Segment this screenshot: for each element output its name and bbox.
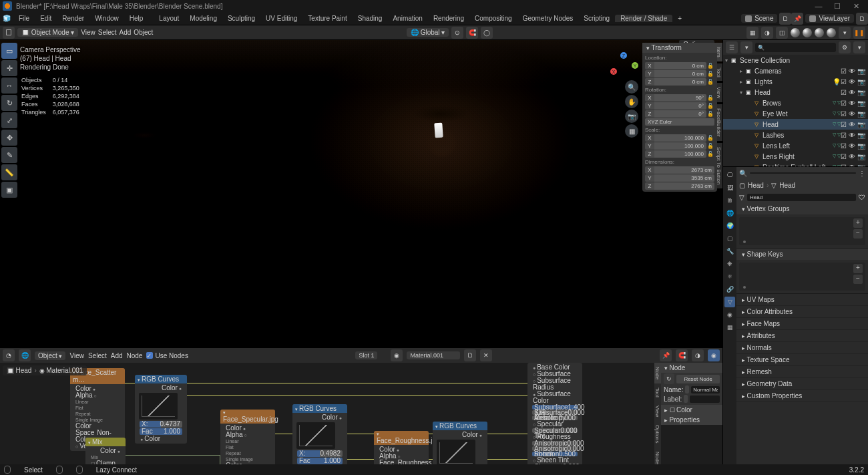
curve-widget[interactable] [139, 393, 178, 420]
outliner-type-icon[interactable]: ☰ [726, 41, 738, 53]
editor-type-icon[interactable]: ◔ [3, 349, 15, 361]
visibility-toggle[interactable]: 👁 [849, 110, 855, 118]
view-gizmos-button[interactable]: ▦ [746, 27, 758, 39]
mesh-datablock-row[interactable]: ▽ Head 🛡 [736, 191, 868, 203]
section-remesh[interactable]: ▸ Remesh [736, 366, 868, 378]
visibility-toggle[interactable]: 👁 [849, 67, 855, 75]
outliner-row[interactable]: ▸▣Lights💡☑👁📷 [723, 76, 868, 87]
workspace-tab[interactable]: Animation [387, 15, 427, 22]
annotate-tool[interactable]: ✎ [1, 147, 17, 163]
npanel-tab-script[interactable]: Script To Button [717, 143, 722, 188]
shader-menu-add[interactable]: Add [111, 352, 123, 359]
visibility-toggle[interactable]: 👁 [849, 121, 855, 128]
overlay-toggle[interactable]: ◑ [692, 349, 704, 361]
snap-toggle[interactable]: 🧲 [676, 349, 688, 361]
axis-x[interactable]: X [610, 68, 617, 75]
minimize-button[interactable]: — [809, 2, 828, 10]
rgb-curves-node[interactable]: ▾ RGB Curves Color ● X:0.4737 Fac1.000 ●… [135, 375, 187, 444]
properties-breadcrumb[interactable]: ▢Head › ▽Head [736, 179, 868, 191]
visibility-toggle[interactable]: 👁 [849, 100, 855, 107]
outliner-row[interactable]: ▾▣Head☑👁📷 [723, 87, 868, 98]
axis-z[interactable]: Z [620, 52, 627, 59]
node-graph[interactable]: ▾ Face_Scatter m… Color ● Alpha ○ Linear… [0, 363, 722, 475]
fac-slider[interactable]: Fac1.000 [297, 458, 343, 464]
curve-widget[interactable] [437, 440, 475, 466]
mesh-name-field[interactable]: Head [747, 194, 856, 201]
exclude-toggle[interactable]: ☑ [841, 153, 847, 160]
scale-y-field[interactable]: 100.000 [654, 142, 706, 150]
remove-button[interactable]: − [853, 275, 863, 284]
workspace-tab[interactable]: Shading [353, 15, 388, 22]
pan-button[interactable]: ✋ [625, 95, 638, 108]
render-toggle[interactable]: 📷 [857, 89, 865, 96]
orientation-selector[interactable]: 🌐 Global ▾ [407, 28, 449, 37]
workspace-tab[interactable]: Modeling [184, 15, 222, 22]
shader-editor[interactable]: ◔ 🌐 Object ▾ View Select Add Node ✓Use N… [0, 347, 722, 475]
workspace-tab-active[interactable]: Render / Shade [615, 15, 672, 22]
proptab-scene-icon[interactable]: 🌐 [724, 208, 735, 218]
zoom-button[interactable]: 🔍 [625, 80, 638, 94]
outliner-row[interactable]: ▽Lashes▽ ▽☑👁📷 [723, 130, 868, 140]
node-header[interactable]: ▾ RGB Curves [433, 422, 487, 430]
new-material-button[interactable]: 🗋 [464, 349, 476, 361]
node-header[interactable]: ▾ RGB Curves [135, 375, 187, 383]
section-normals[interactable]: ▸ Normals [736, 342, 868, 354]
reset-node-button[interactable]: Reset Node [676, 375, 720, 383]
visibility-toggle[interactable]: 👁 [849, 78, 855, 86]
node-tab[interactable]: Node [654, 363, 661, 383]
lock-icon[interactable]: 🔓 [706, 151, 714, 157]
menu-edit[interactable]: Edit [35, 15, 57, 22]
proptab-output-icon[interactable]: 🖼 [724, 182, 735, 193]
node-header[interactable]: ▾ Face_Roughness.jpg [374, 431, 429, 445]
workspace-tab[interactable]: Layout [154, 15, 184, 22]
shading-options-button[interactable]: ▾ [839, 27, 851, 39]
properties-search[interactable] [750, 172, 856, 174]
fake-user-button[interactable]: 🛡 [859, 194, 865, 201]
workspace-tab[interactable]: Sculpting [222, 15, 260, 22]
proptab-viewlayer-icon[interactable]: 🗎 [724, 195, 735, 206]
vertex-group-list[interactable]: +− [739, 217, 865, 245]
render-toggle[interactable]: 📷 [857, 110, 865, 118]
exclude-toggle[interactable]: ☑ [841, 142, 847, 150]
shader-menu-view[interactable]: View [69, 352, 84, 359]
proptab-modifier-icon[interactable]: 🔧 [724, 246, 735, 257]
exclude-toggle[interactable]: ☑ [841, 100, 847, 107]
scale-z-field[interactable]: 100.000 [654, 150, 706, 158]
node-tab[interactable]: Tool [654, 383, 661, 402]
lock-icon[interactable]: 🔓 [706, 95, 714, 101]
persp-ortho-button[interactable]: ▦ [625, 124, 638, 138]
npanel-tab-tool[interactable]: Tool [717, 63, 722, 82]
shader-menu-select[interactable]: Select [88, 352, 107, 359]
outliner-tree[interactable]: ▾▣Scene Collection ▸▣Cameras☑👁📷▸▣Lights💡… [723, 55, 868, 166]
node-header[interactable]: ▾ Face_Specular.jpg [220, 410, 275, 424]
npanel-tab-view[interactable]: View [717, 83, 722, 102]
principled-bsdf-node[interactable]: ● Base Color ○ Subsurface ○ Subsurface R… [527, 363, 582, 475]
scene-selector[interactable]: Scene [741, 14, 777, 23]
exclude-toggle[interactable]: ☑ [841, 121, 847, 128]
render-toggle[interactable]: 📷 [857, 121, 865, 128]
section-uv-maps[interactable]: ▸ UV Maps [736, 294, 868, 306]
lock-icon[interactable]: 🔓 [706, 143, 714, 149]
node-tab[interactable]: Options [654, 421, 661, 448]
menu-help[interactable]: Help [124, 15, 149, 22]
outliner-row[interactable]: ▸▣Cameras☑👁📷 [723, 65, 868, 76]
node-header[interactable]: ▾ Mix [85, 438, 126, 446]
dim-y-field[interactable]: 3535 cm [654, 174, 714, 182]
shader-breadcrumb[interactable]: 🔲 Head›◉ Material.001 [3, 365, 87, 375]
exclude-toggle[interactable]: ☑ [841, 164, 847, 167]
npanel-tab-facebuilder[interactable]: FaceBuilder [717, 104, 722, 141]
transform-tool[interactable]: ✥ [1, 130, 17, 146]
section-shape-keys[interactable]: ▾ Shape Keys [736, 249, 868, 260]
render-toggle[interactable]: 📷 [857, 132, 865, 139]
shader-type-button[interactable]: 🌐 [19, 349, 31, 361]
proptab-texture-icon[interactable]: ▦ [724, 322, 735, 333]
close-button[interactable]: ✕ [847, 2, 865, 11]
rot-y-field[interactable]: 0° [654, 102, 706, 110]
lock-icon[interactable]: 🔓 [706, 79, 714, 85]
exclude-toggle[interactable]: ☑ [841, 110, 847, 118]
rot-z-field[interactable]: 0° [654, 110, 706, 118]
options-icon[interactable]: ⋮ [859, 170, 865, 177]
proptab-physics-icon[interactable]: ⚛ [724, 271, 735, 282]
viewport-menu-object[interactable]: Object [134, 29, 153, 36]
add-tool[interactable]: ▣ [1, 182, 17, 198]
